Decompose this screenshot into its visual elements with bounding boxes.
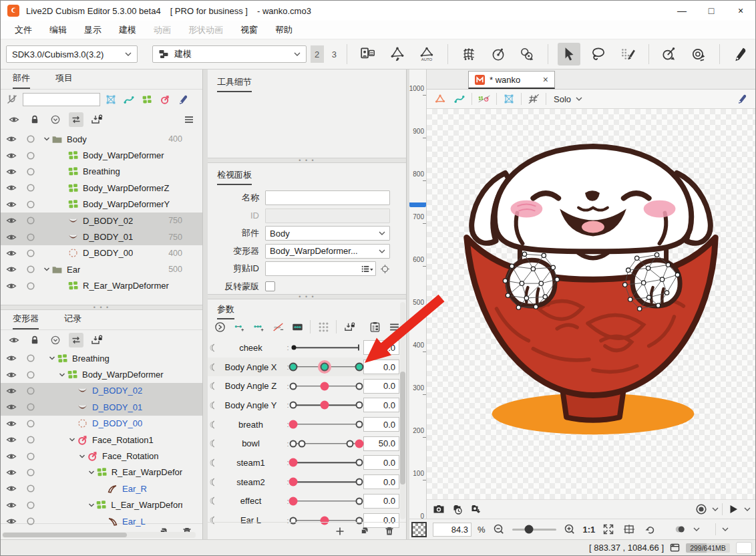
visibility-toggle[interactable]: [4, 368, 19, 382]
edit-target-toggle[interactable]: [23, 498, 38, 513]
parameter-value-field[interactable]: 0.0: [363, 379, 399, 394]
duplicate-icon[interactable]: [357, 524, 372, 539]
tab-close-icon[interactable]: ×: [535, 74, 548, 85]
parameter-slider[interactable]: [292, 434, 361, 453]
key-dot[interactable]: [320, 382, 329, 390]
brush-select-tool[interactable]: [616, 43, 639, 65]
tree-row[interactable]: Body_WarpDeformerZ: [1, 180, 202, 196]
visibility-toggle[interactable]: [4, 449, 19, 464]
tree-row[interactable]: R_Ear_WarpDeform: [1, 464, 202, 480]
tree-item-label[interactable]: D_BODY_01: [92, 402, 142, 412]
tree-row[interactable]: Ear_L: [1, 513, 202, 529]
parameter-value-field[interactable]: 0.0: [363, 398, 399, 412]
key-dot[interactable]: [292, 345, 297, 350]
parameter-slider[interactable]: [292, 338, 361, 358]
panel-menu-icon[interactable]: [387, 319, 401, 334]
panel-splitter[interactable]: • • •: [1, 305, 202, 310]
tab-parts[interactable]: 部件: [13, 72, 30, 89]
expand-caret-icon[interactable]: [67, 436, 77, 443]
menu-文件[interactable]: 文件: [6, 21, 41, 39]
expand-caret-icon[interactable]: [77, 453, 87, 460]
edit-target-toggle[interactable]: [23, 132, 38, 146]
menu-帮助[interactable]: 帮助: [266, 21, 301, 39]
zoom-in-icon[interactable]: [562, 522, 577, 537]
visibility-toggle[interactable]: [4, 246, 19, 261]
repeat-icon[interactable]: [208, 496, 218, 506]
tree-row[interactable]: D_BODY_01750: [1, 229, 202, 245]
ink-pen-tool[interactable]: [729, 43, 752, 65]
sdk-version-select[interactable]: SDK3.0/Cubism3.0(3.2): [6, 45, 138, 63]
parameter-value-field[interactable]: 0.0: [363, 417, 399, 432]
workspace-select[interactable]: 建模: [152, 45, 307, 63]
key-dot[interactable]: [289, 363, 298, 372]
tree-row[interactable]: Breathing: [1, 164, 202, 180]
reset-rotation-icon[interactable]: [642, 522, 657, 537]
close-button[interactable]: ×: [726, 1, 755, 21]
tab-deformer[interactable]: 变形器: [13, 313, 39, 329]
tree-row[interactable]: Body400: [1, 131, 202, 147]
key-dot[interactable]: [290, 382, 297, 390]
expand-caret-icon[interactable]: [87, 502, 96, 509]
remove-key-icon[interactable]: [270, 319, 285, 334]
key-dot[interactable]: [289, 478, 298, 486]
transparency-swatch[interactable]: [411, 522, 427, 537]
window-icon[interactable]: [670, 543, 680, 552]
visibility-toggle[interactable]: [4, 262, 19, 277]
menu-视窗[interactable]: 视窗: [232, 21, 266, 39]
edit-target-toggle[interactable]: [23, 279, 38, 293]
key-dot[interactable]: [289, 458, 298, 467]
page-button-3[interactable]: 3: [328, 45, 341, 63]
chevron-down-icon[interactable]: [712, 507, 719, 512]
visibility-toggle[interactable]: [4, 481, 19, 496]
panel-splitter[interactable]: • • •: [208, 158, 406, 163]
edit-target-toggle[interactable]: [23, 262, 38, 277]
tree-row[interactable]: D_BODY_02: [1, 383, 202, 399]
deformer-convert-tool[interactable]: [516, 43, 538, 65]
chevron-down-icon[interactable]: [693, 527, 700, 532]
tree-item-label[interactable]: R_Ear_WarpDeformer: [83, 281, 169, 291]
collapse-all-icon[interactable]: [48, 333, 63, 348]
visibility-toggle[interactable]: [4, 400, 19, 414]
solo-select[interactable]: Solo: [554, 94, 582, 104]
param-grid-icon[interactable]: [316, 319, 331, 334]
panel-splitter[interactable]: • • •: [208, 294, 406, 299]
edit-target-toggle[interactable]: [23, 368, 38, 382]
tree-row[interactable]: D_BODY_01: [1, 399, 202, 415]
filter-mesh-icon[interactable]: [104, 92, 118, 107]
document-tab[interactable]: * wanko ×: [468, 71, 555, 89]
page-button-2[interactable]: 2: [311, 45, 324, 63]
tree-item-label[interactable]: Breathing: [83, 166, 120, 176]
tree-item-label[interactable]: R_Ear_WarpDeform: [112, 467, 182, 477]
model-texture-tool[interactable]: [357, 43, 379, 65]
mesh-edit-tool[interactable]: [386, 43, 409, 65]
visibility-toggle[interactable]: [4, 197, 19, 212]
add-parameter-icon[interactable]: [333, 524, 347, 539]
edit-target-toggle[interactable]: [23, 384, 38, 398]
swap-order-icon[interactable]: [69, 112, 83, 127]
expand-caret-icon[interactable]: [42, 266, 51, 273]
tree-row[interactable]: D_BODY_00400: [1, 245, 202, 261]
edit-target-toggle[interactable]: [23, 164, 38, 179]
parameter-value-field[interactable]: 50.0: [363, 436, 399, 451]
key-dot[interactable]: [355, 421, 363, 428]
visibility-toggle[interactable]: [4, 432, 19, 447]
edit-target-toggle[interactable]: [23, 514, 38, 529]
select-tool[interactable]: [558, 43, 580, 65]
chevron-down-icon[interactable]: [744, 507, 751, 512]
key-dot[interactable]: [347, 440, 354, 447]
tree-row[interactable]: Ear_R: [1, 480, 202, 497]
tree-row[interactable]: D_BODY_02750: [1, 213, 202, 229]
menu-编辑[interactable]: 编辑: [41, 21, 75, 39]
panel-menu-icon[interactable]: [182, 112, 196, 127]
key-dot[interactable]: [355, 382, 363, 390]
visibility-toggle[interactable]: [4, 498, 19, 513]
vertical-scrollbar[interactable]: [400, 302, 405, 519]
edit-target-toggle[interactable]: [23, 400, 38, 414]
parameter-value-field[interactable]: 0.0: [363, 340, 399, 355]
zoom-value-field[interactable]: 84.3: [433, 523, 471, 537]
tree-item-label[interactable]: D_BODY_00: [83, 248, 133, 258]
import-lock-icon[interactable]: [89, 333, 104, 348]
onion-skin-icon[interactable]: [673, 522, 687, 537]
rotation-deformer-tool[interactable]: [487, 43, 510, 65]
tree-item-label[interactable]: L_Ear_WarpDeforme: [111, 500, 182, 510]
